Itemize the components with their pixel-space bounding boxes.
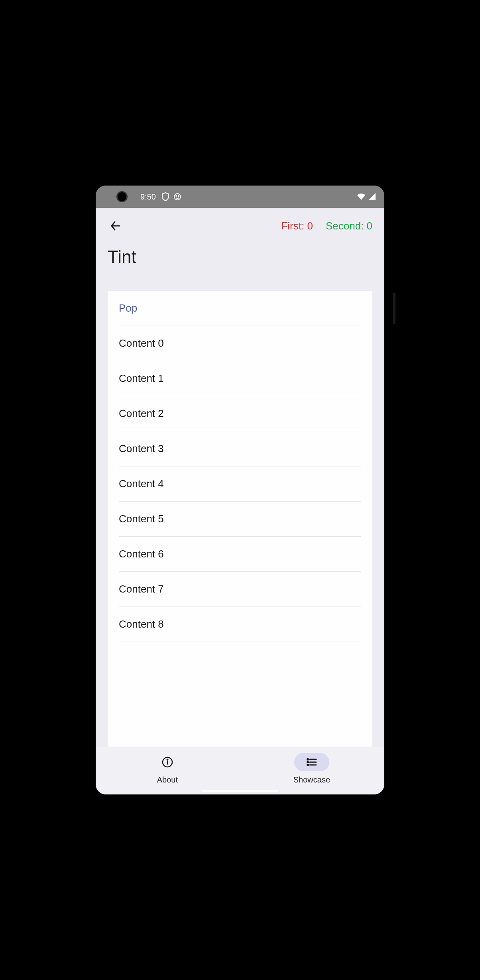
header-labels: First: 0 Second: 0 <box>281 220 372 232</box>
list-item[interactable]: Content 4 <box>119 466 361 502</box>
shield-icon <box>161 192 169 201</box>
nav-about-icon-wrap <box>150 753 185 771</box>
pop-item[interactable]: Pop <box>119 291 361 326</box>
side-button <box>393 292 395 324</box>
status-bar: 9:50 <box>96 186 384 208</box>
page-title: Tint <box>108 247 372 267</box>
home-indicator[interactable] <box>202 790 278 792</box>
bottom-nav: About Showcase <box>96 747 384 794</box>
svg-point-11 <box>307 764 308 765</box>
nav-about-label: About <box>157 775 178 784</box>
signal-icon <box>368 193 376 201</box>
svg-point-0 <box>174 194 181 200</box>
status-icons-right <box>356 193 376 201</box>
list-icon <box>306 756 318 768</box>
content-card: Pop Content 0 Content 1 Content 2 Conten… <box>108 291 372 747</box>
list-item[interactable]: Content 7 <box>119 572 361 607</box>
back-button[interactable] <box>108 218 124 234</box>
nav-showcase-label: Showcase <box>293 775 330 784</box>
svg-point-5 <box>167 759 168 760</box>
face-icon <box>173 193 181 201</box>
nav-showcase-icon-wrap <box>294 753 329 771</box>
list-item[interactable]: Content 2 <box>119 396 361 431</box>
svg-point-10 <box>307 761 308 763</box>
list-item[interactable]: Content 5 <box>119 502 361 537</box>
svg-point-2 <box>178 196 179 196</box>
camera-hole <box>116 191 128 202</box>
status-icons-left <box>161 192 181 201</box>
info-icon <box>161 756 173 768</box>
list-item[interactable]: Content 3 <box>119 431 361 466</box>
phone-inner: 9:50 <box>92 182 388 798</box>
header-row: First: 0 Second: 0 <box>108 216 372 236</box>
list-item[interactable]: Content 8 <box>119 607 361 642</box>
app-header: First: 0 Second: 0 Tint <box>96 208 384 279</box>
wifi-icon <box>356 193 366 201</box>
list-item[interactable]: Content 0 <box>119 326 361 361</box>
nav-showcase[interactable]: Showcase <box>293 753 330 784</box>
list-item[interactable]: Content 1 <box>119 361 361 396</box>
content-area: Pop Content 0 Content 1 Content 2 Conten… <box>96 279 384 747</box>
second-counter: Second: 0 <box>326 220 372 232</box>
phone-frame: 9:50 <box>87 177 393 803</box>
arrow-left-icon <box>109 219 122 232</box>
svg-point-1 <box>176 196 177 196</box>
first-counter: First: 0 <box>281 220 313 232</box>
list-item[interactable]: Content 6 <box>119 537 361 572</box>
phone-screen: 9:50 <box>96 186 384 794</box>
nav-about[interactable]: About <box>150 753 185 784</box>
status-time: 9:50 <box>140 192 156 202</box>
svg-point-9 <box>307 759 308 760</box>
